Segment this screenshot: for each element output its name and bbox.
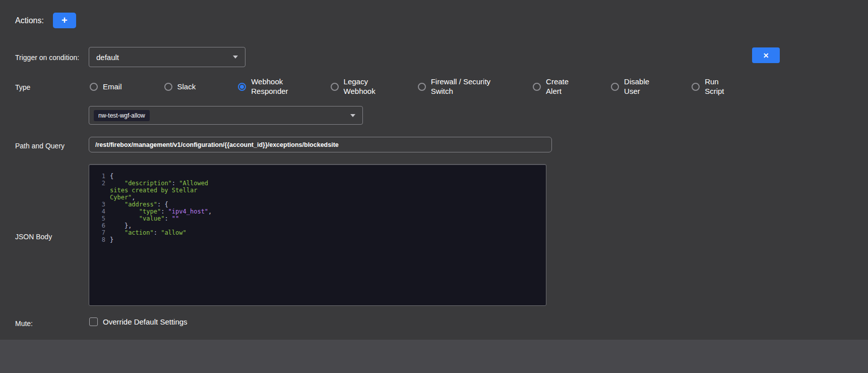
code-line: 5 "value": "" — [92, 215, 546, 222]
code-text: "action": "allow" — [110, 229, 213, 236]
radio-icon[interactable] — [611, 83, 619, 91]
type-option-legacy-webhook[interactable]: LegacyWebhook — [331, 77, 376, 96]
code-text: } — [110, 236, 213, 243]
type-option-slack[interactable]: Slack — [164, 82, 196, 92]
radio-selected-icon[interactable] — [238, 83, 246, 91]
radio-label: DisableUser — [624, 77, 649, 96]
chevron-down-icon — [350, 114, 355, 117]
line-number: 8 — [92, 236, 105, 243]
add-action-button[interactable]: + — [53, 13, 76, 28]
path-query-label: Path and Query — [15, 142, 65, 150]
mute-label: Mute: — [15, 319, 33, 328]
radio-icon[interactable] — [164, 83, 172, 91]
actions-label: Actions: — [15, 16, 44, 25]
override-default-settings-checkbox[interactable] — [89, 317, 98, 326]
radio-label: CreateAlert — [546, 77, 569, 96]
mute-override-row: Override Default Settings — [89, 317, 188, 326]
trigger-condition-select[interactable]: default — [89, 47, 245, 67]
radio-label: Firewall / SecuritySwitch — [431, 77, 490, 96]
line-number: 4 — [92, 208, 105, 215]
close-icon: ✕ — [763, 51, 769, 60]
code-text: "type": "ipv4_host", — [110, 208, 213, 215]
radio-icon[interactable] — [692, 83, 700, 91]
type-option-firewall-security-switch[interactable]: Firewall / SecuritySwitch — [418, 77, 490, 96]
plus-icon: + — [61, 15, 68, 26]
line-number: 5 — [92, 215, 105, 222]
radio-icon[interactable] — [418, 83, 426, 91]
json-editor-lines: 1{2 "description": "Allowed sites create… — [92, 173, 546, 243]
type-option-run-script[interactable]: RunScript — [692, 77, 724, 96]
panel-footer — [0, 340, 868, 373]
type-option-webhook-responder[interactable]: WebhookResponder — [238, 77, 288, 96]
code-text: }, — [110, 222, 213, 229]
radio-label: LegacyWebhook — [344, 77, 376, 96]
radio-label: RunScript — [705, 77, 724, 96]
json-body-editor[interactable]: 1{2 "description": "Allowed sites create… — [89, 164, 546, 306]
code-line: 7 "action": "allow" — [92, 229, 546, 236]
type-options: EmailSlackWebhookResponderLegacyWebhookF… — [90, 74, 724, 100]
code-line: 8} — [92, 236, 546, 243]
code-line: 6 }, — [92, 222, 546, 229]
trigger-condition-label: Trigger on condition: — [15, 54, 79, 62]
radio-icon[interactable] — [533, 83, 541, 91]
code-text: { — [110, 173, 213, 180]
radio-icon[interactable] — [90, 83, 98, 91]
line-number: 1 — [92, 173, 105, 180]
type-option-disable-user[interactable]: DisableUser — [611, 77, 649, 96]
type-option-email[interactable]: Email — [90, 82, 122, 92]
type-option-create-alert[interactable]: CreateAlert — [533, 77, 569, 96]
code-text: "description": "Allowed sites created by… — [110, 180, 213, 201]
code-line: 2 "description": "Allowed sites created … — [92, 180, 546, 201]
radio-label: Email — [103, 82, 122, 92]
actions-header: Actions: + — [15, 13, 76, 28]
radio-label: WebhookResponder — [251, 77, 288, 96]
remove-action-button[interactable]: ✕ — [752, 47, 780, 63]
trigger-condition-value: default — [96, 53, 119, 62]
code-text: "value": "" — [110, 215, 213, 222]
code-line: 4 "type": "ipv4_host", — [92, 208, 546, 215]
code-line: 3 "address": { — [92, 201, 546, 208]
chevron-down-icon — [233, 56, 238, 59]
radio-label: Slack — [177, 82, 196, 92]
json-body-label: JSON Body — [15, 233, 52, 241]
webhook-responder-select[interactable]: nw-test-wgf-allow — [89, 106, 363, 125]
line-number: 2 — [92, 180, 105, 187]
responder-chip: nw-test-wgf-allow — [94, 110, 150, 121]
action-config-panel: Actions: + Trigger on condition: default… — [0, 0, 868, 373]
line-number: 7 — [92, 229, 105, 236]
code-line: 1{ — [92, 173, 546, 180]
code-text: "address": { — [110, 201, 213, 208]
type-label: Type — [15, 83, 30, 91]
line-number: 6 — [92, 222, 105, 229]
radio-icon[interactable] — [331, 83, 339, 91]
override-default-settings-label: Override Default Settings — [103, 317, 188, 326]
line-number: 3 — [92, 201, 105, 208]
path-query-input[interactable] — [89, 137, 552, 152]
